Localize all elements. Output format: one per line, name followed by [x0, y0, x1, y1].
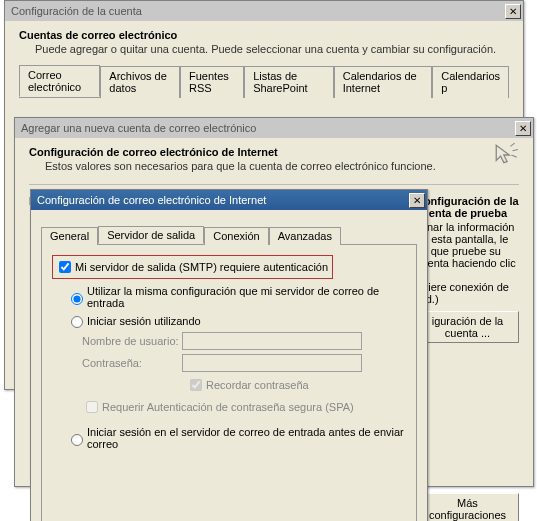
username-label: Nombre de usuario:	[82, 335, 182, 347]
username-row: Nombre de usuario:	[82, 332, 406, 350]
title-text-dlg2: Agregar una nueva cuenta de correo elect…	[21, 122, 256, 134]
remember-password-checkbox	[190, 379, 202, 391]
close-button-dlg2[interactable]: ✕	[515, 121, 531, 136]
radio-login-before-label: Iniciar sesión en el servidor de correo …	[87, 426, 406, 450]
tabs-dlg3: General Servidor de salida Conexión Avan…	[41, 226, 417, 245]
heading-dlg1: Cuentas de correo electrónico	[19, 29, 509, 41]
password-row: Contraseña:	[82, 354, 406, 372]
password-label: Contraseña:	[82, 357, 182, 369]
tab-sharepoint[interactable]: Listas de SharePoint	[244, 66, 334, 98]
tab-general[interactable]: General	[41, 227, 98, 245]
titlebar-dlg3: Configuración de correo electrónico de I…	[31, 190, 427, 210]
smtp-auth-highlight: Mi servidor de salida (SMTP) requiere au…	[52, 255, 333, 279]
tab-advanced[interactable]: Avanzadas	[269, 227, 341, 245]
tab-data-files[interactable]: Archivos de datos	[100, 66, 180, 98]
desc-line1: llenar la información de esta pantalla, …	[416, 221, 519, 245]
sub-dlg2: Estos valores son necesarios para que la…	[45, 160, 519, 172]
tab-email[interactable]: Correo electrónico	[19, 65, 100, 97]
close-button-dlg3[interactable]: ✕	[409, 193, 425, 208]
tab-internet-cal[interactable]: Calendarios de Internet	[334, 66, 433, 98]
more-settings-button[interactable]: Más configuraciones ...	[416, 493, 519, 521]
desc-line2: os que pruebe su cuenta haciendo clic en	[416, 245, 519, 281]
heading-dlg2: Configuración de correo electrónico de I…	[29, 146, 519, 158]
radio-same-config-label: Utilizar la misma configuración que mi s…	[87, 285, 406, 309]
radio-row-login-using: Iniciar sesión utilizando	[66, 313, 406, 328]
password-input	[182, 354, 362, 372]
test-config-heading: Configuración de la cuenta de prueba	[416, 195, 519, 219]
radio-row-same-config: Utilizar la misma configuración que mi s…	[66, 285, 406, 309]
content-dlg3: General Servidor de salida Conexión Avan…	[31, 210, 427, 521]
svg-line-2	[511, 155, 516, 157]
tab-connection[interactable]: Conexión	[204, 227, 268, 245]
cursor-icon	[493, 142, 519, 168]
radio-login-before[interactable]	[71, 434, 83, 446]
sub-dlg1: Puede agregar o quitar una cuenta. Puede…	[35, 43, 509, 55]
test-account-button[interactable]: iguración de la cuenta ...	[416, 311, 519, 343]
titlebar-dlg1: Configuración de la cuenta ✕	[5, 1, 523, 21]
spa-checkbox	[86, 401, 98, 413]
svg-line-0	[510, 143, 514, 146]
smtp-auth-label: Mi servidor de salida (SMTP) requiere au…	[75, 261, 328, 273]
titlebar-dlg2: Agregar una nueva cuenta de correo elect…	[15, 118, 533, 138]
title-text-dlg3: Configuración de correo electrónico de I…	[37, 194, 266, 206]
tab-panel: Mi servidor de salida (SMTP) requiere au…	[41, 245, 417, 521]
tab-rss[interactable]: Fuentes RSS	[180, 66, 244, 98]
tab-outgoing-server[interactable]: Servidor de salida	[98, 226, 204, 244]
desc-line3: quiere conexión de red.)	[416, 281, 519, 305]
radio-login-using-label: Iniciar sesión utilizando	[87, 315, 201, 327]
radio-login-using[interactable]	[71, 316, 83, 328]
username-input	[182, 332, 362, 350]
remember-password-label: Recordar contraseña	[206, 379, 309, 391]
radio-same-config[interactable]	[71, 293, 83, 305]
tabs-dlg1: Correo electrónico Archivos de datos Fue…	[19, 65, 509, 98]
svg-line-1	[513, 150, 518, 151]
close-button-dlg1[interactable]: ✕	[505, 4, 521, 19]
content-dlg1: Cuentas de correo electrónico Puede agre…	[5, 21, 523, 106]
smtp-auth-checkbox[interactable]	[59, 261, 71, 273]
spa-label: Requerir Autenticación de contraseña seg…	[102, 401, 354, 413]
radio-row-login-before: Iniciar sesión en el servidor de correo …	[66, 426, 406, 450]
title-text-dlg1: Configuración de la cuenta	[11, 5, 142, 17]
tab-published-cal[interactable]: Calendarios p	[432, 66, 509, 98]
internet-email-config-dialog: Configuración de correo electrónico de I…	[30, 189, 428, 521]
